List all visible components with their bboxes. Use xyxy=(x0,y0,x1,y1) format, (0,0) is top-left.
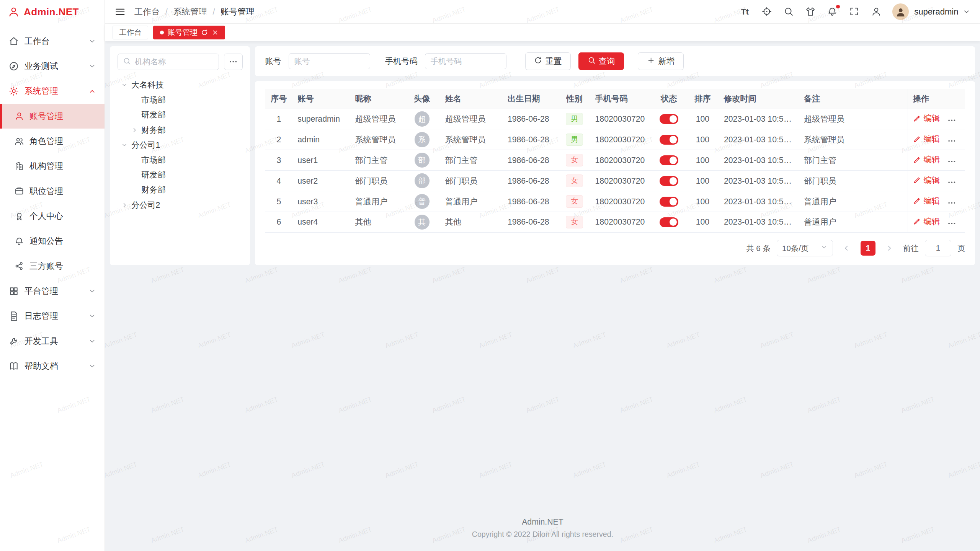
tab-close-icon[interactable] xyxy=(212,29,219,36)
cell-order: 100 xyxy=(686,129,719,150)
caret-down-icon[interactable] xyxy=(120,82,129,88)
cell-seq: 5 xyxy=(265,191,292,212)
row-more-button[interactable] xyxy=(947,116,956,125)
cell-seq: 6 xyxy=(265,212,292,232)
page-number-active[interactable]: 1 xyxy=(861,241,875,256)
status-toggle[interactable] xyxy=(660,135,678,145)
fullscreen-icon[interactable] xyxy=(849,7,860,16)
tab-workbench[interactable]: 工作台 xyxy=(113,26,148,39)
status-toggle[interactable] xyxy=(660,217,678,227)
sidebar-item-position-management[interactable]: 职位管理 xyxy=(0,179,105,204)
edit-button[interactable]: 编辑 xyxy=(913,134,940,144)
cell-phone: 18020030720 xyxy=(590,212,652,232)
tree-node-label: 分公司2 xyxy=(131,200,160,210)
edit-button[interactable]: 编辑 xyxy=(913,175,940,186)
row-more-button[interactable] xyxy=(947,219,956,228)
tree-node[interactable]: 研发部 xyxy=(118,168,243,183)
next-page-button[interactable] xyxy=(882,241,897,256)
edit-button[interactable]: 编辑 xyxy=(913,196,940,206)
user-setting-icon[interactable] xyxy=(871,7,882,16)
sidebar-item-log-management[interactable]: 日志管理 xyxy=(0,304,105,329)
edit-button[interactable]: 编辑 xyxy=(913,154,940,165)
account-label: 账号 xyxy=(265,56,281,67)
tree-node[interactable]: 市场部 xyxy=(118,152,243,167)
tab-account-management[interactable]: 账号管理 xyxy=(153,26,225,39)
tree-node[interactable]: 分公司1 xyxy=(118,137,243,152)
cell-modified: 2023-01-03 10:59:44 xyxy=(719,212,799,232)
font-size-icon[interactable]: Tt xyxy=(739,7,750,16)
sidebar-item-role-management[interactable]: 角色管理 xyxy=(0,129,105,153)
tools-icon xyxy=(9,336,19,346)
notification-icon[interactable] xyxy=(827,7,838,16)
sidebar-item-label: 三方账号 xyxy=(29,261,96,272)
tree-node[interactable]: 分公司2 xyxy=(118,197,243,212)
sidebar-item-third-party-account[interactable]: 三方账号 xyxy=(0,254,105,279)
sidebar-item-workbench[interactable]: 工作台 xyxy=(0,29,105,54)
sidebar-item-system-management[interactable]: 系统管理 xyxy=(0,79,105,104)
search-button[interactable]: 查询 xyxy=(578,52,624,70)
sidebar-item-help-docs[interactable]: 帮助文档 xyxy=(0,354,105,378)
sidebar-item-org-management[interactable]: 机构管理 xyxy=(0,154,105,179)
locate-icon[interactable] xyxy=(761,7,772,16)
plus-icon xyxy=(647,56,655,66)
sidebar-item-notice-announcement[interactable]: 通知公告 xyxy=(0,229,105,254)
row-more-button[interactable] xyxy=(947,136,956,145)
tree-node-label: 财务部 xyxy=(141,125,166,135)
goto-page-input[interactable] xyxy=(925,240,951,256)
avatar[interactable] xyxy=(892,3,908,20)
account-input[interactable] xyxy=(294,57,364,66)
sidebar-item-personal-center[interactable]: 个人中心 xyxy=(0,204,105,228)
breadcrumb-item[interactable]: 系统管理 xyxy=(173,6,207,18)
theme-icon[interactable] xyxy=(805,7,816,16)
add-button[interactable]: 新增 xyxy=(638,52,684,70)
search-icon[interactable] xyxy=(783,7,794,16)
reset-button[interactable]: 重置 xyxy=(525,52,571,70)
cell-nickname: 其他 xyxy=(350,212,403,232)
row-more-button[interactable] xyxy=(947,178,956,187)
row-more-button[interactable] xyxy=(947,157,956,166)
phone-input[interactable] xyxy=(430,57,501,66)
page-size-select[interactable]: 10条/页 xyxy=(777,240,833,256)
column-header-nickname: 昵称 xyxy=(350,89,403,109)
tree-node[interactable]: 财务部 xyxy=(118,122,243,137)
sidebar-item-dev-tools[interactable]: 开发工具 xyxy=(0,329,105,354)
menu-collapse-icon[interactable] xyxy=(115,7,126,17)
breadcrumb-item[interactable]: 工作台 xyxy=(134,6,160,18)
row-avatar: 超 xyxy=(415,111,430,126)
app-window: Admin.NETAdmin.NETAdmin.NETAdmin.NETAdmi… xyxy=(0,0,980,551)
tree-more-button[interactable] xyxy=(224,54,243,70)
status-toggle[interactable] xyxy=(660,197,678,207)
row-avatar: 其 xyxy=(415,215,430,230)
cell-account: admin xyxy=(292,129,350,150)
status-toggle[interactable] xyxy=(660,176,678,186)
sidebar-item-platform-management[interactable]: 平台管理 xyxy=(0,279,105,303)
caret-right-icon[interactable] xyxy=(130,127,139,134)
org-search-input[interactable] xyxy=(135,57,213,66)
column-header-seq: 序号 xyxy=(265,89,292,109)
chevron-down-icon[interactable] xyxy=(963,8,970,16)
edit-button[interactable]: 编辑 xyxy=(913,216,940,227)
sidebar-item-business-test[interactable]: 业务测试 xyxy=(0,54,105,78)
tab-dot xyxy=(160,31,164,34)
tree-node[interactable]: 大名科技 xyxy=(118,77,243,92)
cell-phone: 18020030720 xyxy=(590,150,652,171)
phone-field[interactable] xyxy=(425,53,506,69)
account-field[interactable] xyxy=(289,53,370,69)
row-more-button[interactable] xyxy=(947,198,956,207)
caret-right-icon[interactable] xyxy=(120,202,129,209)
home-icon xyxy=(9,36,19,46)
tree-node[interactable]: 研发部 xyxy=(118,108,243,122)
sidebar-item-account-management[interactable]: 账号管理 xyxy=(0,104,105,129)
caret-down-icon[interactable] xyxy=(120,142,129,148)
org-search-field[interactable] xyxy=(118,54,219,70)
tab-refresh-icon[interactable] xyxy=(201,29,208,36)
cell-birth: 1986-06-28 xyxy=(503,171,559,191)
status-toggle[interactable] xyxy=(660,114,678,124)
prev-page-button[interactable] xyxy=(839,241,854,256)
status-toggle[interactable] xyxy=(660,155,678,165)
username[interactable]: superadmin xyxy=(914,7,958,17)
tree-node[interactable]: 市场部 xyxy=(118,93,243,108)
tree-node[interactable]: 财务部 xyxy=(118,183,243,197)
breadcrumb-separator: / xyxy=(165,7,168,17)
edit-button[interactable]: 编辑 xyxy=(913,113,940,124)
